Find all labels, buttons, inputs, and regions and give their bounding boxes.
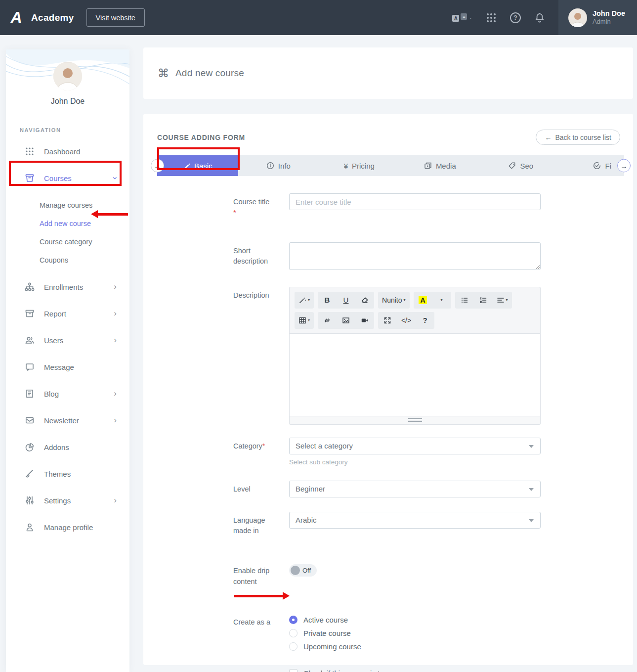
sidebar-item-users[interactable]: Users › <box>6 327 129 354</box>
eraser-icon <box>361 296 369 304</box>
courses-submenu: Manage courses Add new course Course cat… <box>6 191 129 273</box>
info-icon <box>266 162 274 170</box>
navigation-section-label: NAVIGATION <box>20 127 129 133</box>
top-course-checkbox-row[interactable]: Check if this course is top course <box>289 669 541 672</box>
drip-content-label: Enable drip content <box>233 562 289 587</box>
tab-seo[interactable]: Seo <box>480 155 561 176</box>
themes-brush-icon <box>25 469 35 479</box>
editor-toolbar: ▾ B U <box>289 287 541 333</box>
left-arrow-icon: ← <box>154 162 161 170</box>
sidebar-item-label: Courses <box>44 174 72 182</box>
magic-wand-icon <box>298 296 306 304</box>
submenu-add-new-course[interactable]: Add new course <box>6 214 129 232</box>
message-chat-icon <box>25 362 35 372</box>
category-select[interactable]: Select a category <box>289 438 541 454</box>
form-tabs: Basic Info ¥ Pricing Media <box>157 155 624 176</box>
apps-grid-icon[interactable] <box>486 12 497 23</box>
level-select[interactable]: Beginner <box>289 481 541 497</box>
sidebar-item-message[interactable]: Message <box>6 354 129 380</box>
academy-logo: A <box>6 8 26 28</box>
font-family-selector[interactable]: Nunito▾ <box>378 292 409 309</box>
sidebar-item-settings[interactable]: Settings › <box>6 487 129 514</box>
short-description-label: Short description <box>233 242 289 272</box>
addons-pie-icon <box>25 442 35 452</box>
paragraph-align-button[interactable]: ▾ <box>493 292 512 309</box>
drip-content-toggle[interactable]: Off <box>289 564 317 577</box>
code-view-button[interactable]: </> <box>397 312 416 329</box>
visit-website-button[interactable]: Visit website <box>86 8 145 27</box>
sidebar-item-manage-profile[interactable]: Manage profile <box>6 514 129 540</box>
tab-media[interactable]: Media <box>400 155 481 176</box>
sidebar-item-dashboard[interactable]: Dashboard <box>6 138 129 165</box>
subcategory-helper-text: Select sub category <box>289 458 541 466</box>
align-left-icon <box>497 296 505 304</box>
tab-info[interactable]: Info <box>238 155 319 176</box>
radio-button <box>289 629 297 637</box>
user-avatar <box>568 8 587 27</box>
course-title-input[interactable] <box>289 193 541 210</box>
sidebar-item-label: Enrollments <box>44 283 83 291</box>
sidebar-item-newsletter[interactable]: Newsletter › <box>6 407 129 434</box>
font-color-caret-button[interactable]: ▾ <box>432 292 451 309</box>
right-arrow-icon: → <box>621 162 628 170</box>
chevron-right-icon: › <box>114 389 117 399</box>
unordered-list-button[interactable] <box>455 292 474 309</box>
sidebar-item-label: Users <box>44 336 63 345</box>
table-grid-icon <box>298 316 306 324</box>
submenu-manage-courses[interactable]: Manage courses <box>6 196 129 214</box>
toggle-state-label: Off <box>302 567 311 574</box>
tabs-scroll-right-button[interactable]: → <box>617 159 631 173</box>
sidebar-item-report[interactable]: Report › <box>6 300 129 327</box>
check-circle-icon <box>593 162 601 170</box>
editor-resize-bar[interactable] <box>289 416 541 425</box>
submenu-course-category[interactable]: Course category <box>6 232 129 251</box>
magic-style-button[interactable]: ▾ <box>295 292 314 309</box>
enrollments-sitemap-icon <box>25 282 35 292</box>
insert-image-button[interactable] <box>337 312 355 329</box>
course-title-label: Course title * <box>233 193 289 219</box>
ordered-list-button[interactable] <box>474 292 493 309</box>
short-description-textarea[interactable] <box>289 242 541 270</box>
fullscreen-button[interactable] <box>378 312 397 329</box>
user-role: Admin <box>593 18 625 26</box>
tabs-scroll-left-button[interactable]: ← <box>151 159 164 173</box>
required-asterisk: * <box>262 442 265 450</box>
tab-pricing[interactable]: ¥ Pricing <box>319 155 400 176</box>
sidebar-item-blog[interactable]: Blog › <box>6 380 129 407</box>
translate-icon[interactable]: A≡⌄ <box>452 13 472 22</box>
language-label: Language made in <box>233 512 289 537</box>
underline-button[interactable]: U <box>337 292 355 309</box>
chevron-down-icon: › <box>110 177 120 179</box>
tab-finish[interactable]: Fi <box>561 155 624 176</box>
sidebar-item-themes[interactable]: Themes <box>6 460 129 487</box>
tag-icon <box>508 162 516 170</box>
insert-video-button[interactable] <box>355 312 374 329</box>
radio-private-course[interactable]: Private course <box>289 629 541 637</box>
help-icon[interactable]: ? <box>510 12 521 23</box>
card-title: COURSE ADDING FORM <box>157 134 245 141</box>
table-button[interactable]: ▾ <box>295 312 314 329</box>
radio-active-course[interactable]: Active course <box>289 616 541 624</box>
language-select[interactable]: Arabic <box>289 512 541 529</box>
bold-button[interactable]: B <box>318 292 337 309</box>
editor-help-button[interactable]: ? <box>416 312 434 329</box>
back-to-course-list-button[interactable]: ← Back to course list <box>536 130 620 145</box>
clear-format-eraser-button[interactable] <box>355 292 374 309</box>
notifications-bell-icon[interactable] <box>534 12 545 23</box>
user-menu[interactable]: John Doe Admin <box>558 0 637 35</box>
sidebar-item-courses[interactable]: Courses › <box>6 165 129 191</box>
radio-upcoming-course[interactable]: Upcoming course <box>289 642 541 651</box>
image-icon <box>342 316 350 324</box>
radio-button <box>289 642 297 651</box>
submenu-coupons[interactable]: Coupons <box>6 251 129 269</box>
insert-link-button[interactable] <box>318 312 337 329</box>
profile-avatar <box>53 62 82 90</box>
sidebar-item-enrollments[interactable]: Enrollments › <box>6 273 129 300</box>
font-color-button[interactable]: A <box>414 292 432 309</box>
sidebar-item-label: Settings <box>44 496 71 505</box>
top-course-checkbox[interactable] <box>289 669 297 672</box>
category-label: Category* <box>233 438 289 466</box>
tab-basic[interactable]: Basic <box>157 155 238 176</box>
editor-content-area[interactable] <box>289 333 541 416</box>
sidebar-item-addons[interactable]: Addons <box>6 434 129 460</box>
